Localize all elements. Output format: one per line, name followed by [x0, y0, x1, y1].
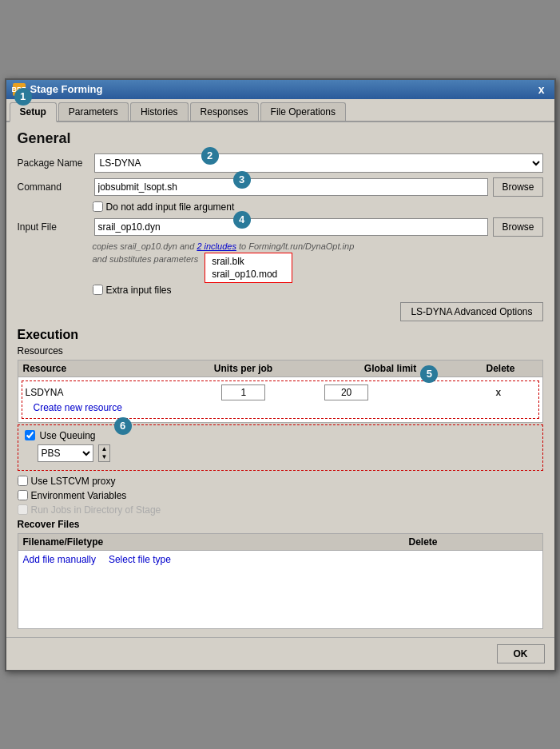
- header-resource: Resource: [23, 363, 170, 374]
- lstcvm-label: Use LSTCVM proxy: [31, 476, 116, 487]
- lstcvm-row: Use LSTCVM proxy: [18, 476, 543, 487]
- queuing-box: 6 Use Queuing PBS ▲ ▼: [18, 424, 543, 471]
- queuing-system-row: PBS ▲ ▼: [25, 444, 536, 462]
- env-variables-checkbox[interactable]: [18, 490, 28, 500]
- extra-input-files-checkbox[interactable]: [93, 285, 103, 295]
- command-input[interactable]: jobsubmit_lsopt.sh: [94, 178, 489, 196]
- dropdown-item-blk[interactable]: srail.blk: [205, 255, 292, 268]
- run-in-dir-label: Run Jobs in Directory of Stage: [31, 504, 161, 516]
- recover-header-delete: Delete: [409, 536, 538, 548]
- tab-bar: 1 Setup Parameters Histories Responses F…: [6, 99, 554, 122]
- input-file-label: Input File: [18, 221, 89, 233]
- run-in-dir-row: Run Jobs in Directory of Stage: [18, 504, 543, 516]
- resources-table: Resource Units per job Global limit Dele…: [18, 360, 543, 423]
- execution-title: Execution: [18, 328, 543, 342]
- annotation-4: 4: [233, 211, 251, 229]
- command-row: Command jobsubmit_lsopt.sh Browse 3: [18, 177, 543, 197]
- env-variables-label: Environment Variables: [31, 490, 127, 501]
- package-name-row: Package Name LS-DYNA 2: [18, 153, 543, 173]
- main-content: General Package Name LS-DYNA 2 Command j…: [6, 122, 554, 637]
- title-bar: BPF Stage Forming x: [6, 80, 554, 99]
- tab-responses[interactable]: Responses: [190, 102, 259, 121]
- run-in-dir-checkbox[interactable]: [18, 504, 28, 515]
- extra-input-files-row: Extra input files: [18, 285, 543, 296]
- command-browse-button[interactable]: Browse: [493, 177, 542, 197]
- use-queuing-checkbox[interactable]: [25, 430, 35, 440]
- annotation-3: 3: [233, 171, 251, 189]
- annotation-1: 1: [14, 88, 32, 106]
- queuing-system-select[interactable]: PBS: [38, 444, 93, 462]
- command-label: Command: [18, 181, 89, 193]
- recover-header: Filename/Filetype Delete: [18, 534, 542, 551]
- resources-label: Resources: [18, 345, 543, 357]
- main-window: BPF Stage Forming x 1 Setup Parameters H…: [5, 78, 556, 671]
- lstcvm-checkbox[interactable]: [18, 476, 28, 486]
- annotation-6: 6: [114, 417, 132, 435]
- tab-file-operations[interactable]: File Operations: [260, 102, 346, 121]
- header-global: Global limit: [317, 363, 464, 374]
- add-file-manually-link[interactable]: Add file manually: [23, 554, 96, 565]
- global-input[interactable]: [324, 384, 368, 400]
- input-file-input[interactable]: srail_op10.dyn: [94, 218, 489, 236]
- global-cell: 5: [316, 384, 462, 400]
- spinner-down-icon[interactable]: ▼: [99, 453, 110, 461]
- bottom-bar: OK: [6, 637, 554, 670]
- hint-text-2: and substitutes parameters: [93, 253, 199, 265]
- resource-name: LSDYNA: [26, 387, 171, 398]
- env-variables-row: Environment Variables: [18, 490, 543, 501]
- units-cell: [171, 384, 316, 400]
- annotation-2: 2: [201, 147, 219, 165]
- hint-area: copies srail_op10.dyn and 2 includes to …: [18, 241, 543, 283]
- no-input-arg-row: Do not add input file argument: [18, 201, 543, 213]
- input-file-row: Input File srail_op10.dyn Browse 4: [18, 217, 543, 237]
- resources-table-header: Resource Units per job Global limit Dele…: [18, 361, 542, 377]
- tab-setup[interactable]: Setup: [10, 102, 57, 122]
- input-file-browse-button[interactable]: Browse: [493, 217, 542, 237]
- package-name-label: Package Name: [18, 157, 89, 169]
- hint-text-1: copies srail_op10.dyn and 2 includes to …: [93, 241, 543, 251]
- recover-table: Filename/Filetype Delete Add file manual…: [18, 533, 543, 629]
- spinner-up-icon[interactable]: ▲: [99, 445, 110, 453]
- advanced-options-button[interactable]: LS-DYNA Advanced Options: [400, 302, 542, 321]
- ok-button[interactable]: OK: [497, 644, 545, 663]
- close-button[interactable]: x: [535, 83, 548, 96]
- includes-link[interactable]: 2 includes: [197, 241, 236, 251]
- select-file-type-link[interactable]: Select file type: [109, 554, 171, 565]
- table-row: LSDYNA 5 x: [26, 384, 535, 400]
- no-input-arg-checkbox[interactable]: [93, 201, 103, 212]
- header-units: Units per job: [170, 363, 317, 374]
- recover-files-title: Recover Files: [18, 519, 543, 530]
- queuing-spinner[interactable]: ▲ ▼: [98, 444, 111, 462]
- extra-input-files-label: Extra input files: [106, 285, 172, 296]
- dropdown-item-mod[interactable]: srail_op10.mod: [205, 268, 292, 281]
- window-title: Stage Forming: [30, 83, 103, 95]
- no-input-arg-label: Do not add input file argument: [106, 201, 235, 213]
- annotation-5: 5: [420, 365, 438, 383]
- advanced-btn-row: LS-DYNA Advanced Options: [18, 302, 543, 321]
- recover-header-filename: Filename/Filetype: [23, 536, 409, 548]
- units-input[interactable]: [221, 384, 265, 400]
- package-name-select[interactable]: LS-DYNA: [94, 153, 543, 173]
- use-queuing-label: Use Queuing: [40, 430, 96, 441]
- create-resource-link[interactable]: Create new resource: [29, 400, 127, 415]
- includes-dropdown: srail.blk srail_op10.mod: [205, 253, 292, 283]
- delete-resource-button[interactable]: x: [462, 387, 534, 398]
- other-options: Use LSTCVM proxy Environment Variables R…: [18, 476, 543, 516]
- header-delete: Delete: [464, 363, 538, 374]
- general-title: General: [18, 130, 543, 147]
- tab-parameters[interactable]: Parameters: [58, 102, 129, 121]
- recover-actions: Add file manually Select file type: [18, 551, 542, 568]
- resources-table-body: LSDYNA 5 x Create new resource: [22, 380, 539, 419]
- use-queuing-row: Use Queuing: [25, 430, 536, 441]
- tab-histories[interactable]: Histories: [130, 102, 189, 121]
